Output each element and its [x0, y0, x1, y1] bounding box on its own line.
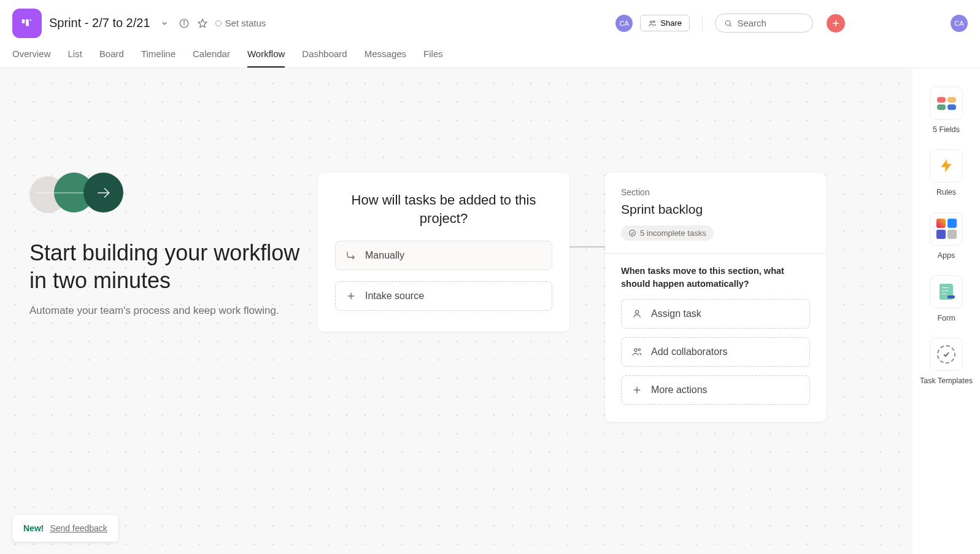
board-icon [20, 17, 34, 30]
right-rail: 5 Fields Rules Apps [912, 68, 980, 554]
lightning-icon [938, 158, 954, 174]
arrow-right-icon [96, 185, 112, 201]
option-manually-label: Manually [365, 250, 404, 261]
tab-dashboard[interactable]: Dashboard [302, 45, 347, 68]
plus-icon [345, 291, 357, 302]
rail-task-templates[interactable]: Task Templates [920, 338, 973, 386]
plus-icon [631, 384, 642, 396]
option-intake-label: Intake source [365, 291, 424, 302]
template-icon [937, 345, 955, 364]
share-button[interactable]: Share [640, 15, 690, 31]
tab-messages[interactable]: Messages [365, 45, 406, 68]
main-area: Start building your workflow in two minu… [0, 68, 980, 554]
send-feedback-link[interactable]: Send feedback [50, 523, 107, 533]
people-icon [648, 19, 657, 28]
section-card: Section Sprint backlog 5 incomplete task… [605, 173, 826, 422]
tab-list[interactable]: List [68, 45, 82, 68]
svg-line-10 [730, 25, 731, 26]
action-add-collaborators[interactable]: Add collaborators [621, 337, 810, 367]
svg-rect-0 [22, 19, 25, 23]
search-icon [724, 18, 732, 28]
set-status-label: Set status [225, 18, 266, 28]
project-icon[interactable] [12, 9, 42, 38]
action-collab-label: Add collaborators [651, 346, 728, 357]
rail-fields[interactable]: 5 Fields [930, 87, 963, 135]
rail-apps-label: Apps [938, 251, 955, 260]
people-icon [631, 346, 642, 357]
section-title[interactable]: Sprint backlog [621, 202, 810, 217]
feedback-new-badge: New! [23, 523, 44, 533]
tab-calendar[interactable]: Calendar [193, 45, 230, 68]
user-avatar[interactable]: CA [951, 15, 968, 32]
hero-subtitle: Automate your team's process and keep wo… [29, 303, 306, 319]
action-assign-task[interactable]: Assign task [621, 299, 810, 329]
rail-fields-label: 5 Fields [933, 125, 960, 135]
enter-icon [345, 250, 357, 261]
rail-apps[interactable]: Apps [930, 213, 963, 260]
info-icon[interactable] [179, 18, 190, 29]
app-header: Sprint - 2/7 to 2/21 Set status CA Share… [0, 0, 980, 40]
check-circle-icon [628, 229, 636, 237]
incomplete-badge[interactable]: 5 incomplete tasks [621, 225, 714, 241]
plus-icon [831, 18, 841, 28]
global-add-button[interactable] [827, 14, 845, 33]
automation-question: When tasks move to this section, what sh… [605, 265, 826, 299]
svg-point-16 [630, 230, 636, 236]
hero-illustration [29, 173, 306, 222]
svg-point-7 [650, 20, 653, 23]
tab-overview[interactable]: Overview [12, 45, 51, 68]
svg-rect-1 [26, 19, 29, 26]
rail-rules[interactable]: Rules [930, 149, 963, 197]
svg-point-5 [183, 20, 184, 21]
person-icon [631, 308, 642, 319]
search-input[interactable] [737, 18, 804, 28]
rail-form-label: Form [937, 313, 955, 323]
action-more-label: More actions [651, 384, 708, 396]
divider [702, 15, 703, 32]
section-label: Section [621, 187, 810, 197]
svg-marker-6 [198, 19, 207, 27]
chevron-down-icon[interactable] [158, 17, 171, 30]
project-tabs: Overview List Board Timeline Calendar Wo… [0, 40, 980, 68]
member-avatar[interactable]: CA [615, 15, 633, 32]
svg-rect-2 [30, 19, 31, 20]
tab-files[interactable]: Files [423, 45, 443, 68]
rail-rules-label: Rules [936, 187, 956, 197]
tab-board[interactable]: Board [99, 45, 124, 68]
connector-line [569, 246, 606, 248]
add-tasks-card: How will tasks be added to this project?… [318, 173, 569, 332]
fields-icon [937, 97, 956, 110]
search-input-wrap[interactable] [715, 14, 813, 33]
divider [605, 253, 826, 254]
tab-timeline[interactable]: Timeline [141, 45, 176, 68]
add-tasks-heading: How will tasks be added to this project? [335, 191, 552, 227]
svg-point-8 [654, 20, 655, 22]
svg-point-18 [635, 349, 638, 352]
form-icon [939, 284, 953, 300]
rail-templates-label: Task Templates [920, 376, 973, 386]
status-dot-icon [215, 20, 222, 26]
svg-point-9 [725, 20, 730, 25]
star-icon[interactable] [197, 18, 208, 29]
project-title[interactable]: Sprint - 2/7 to 2/21 [49, 16, 150, 30]
incomplete-badge-label: 5 incomplete tasks [640, 228, 706, 238]
share-label: Share [660, 18, 682, 28]
apps-icon [936, 219, 957, 239]
rail-form[interactable]: Form [930, 275, 963, 323]
svg-point-19 [638, 349, 640, 351]
action-assign-label: Assign task [651, 308, 701, 319]
hero-title: Start building your workflow in two minu… [29, 239, 306, 294]
tab-workflow[interactable]: Workflow [247, 45, 285, 68]
workflow-canvas[interactable]: Start building your workflow in two minu… [0, 68, 912, 554]
svg-marker-22 [941, 159, 951, 173]
action-more[interactable]: More actions [621, 375, 810, 405]
feedback-pill: New! Send feedback [12, 515, 118, 542]
option-manually[interactable]: Manually [335, 241, 552, 270]
svg-point-17 [635, 310, 638, 313]
set-status-button[interactable]: Set status [215, 18, 266, 28]
option-intake-source[interactable]: Intake source [335, 281, 552, 311]
hero-block: Start building your workflow in two minu… [29, 173, 306, 319]
